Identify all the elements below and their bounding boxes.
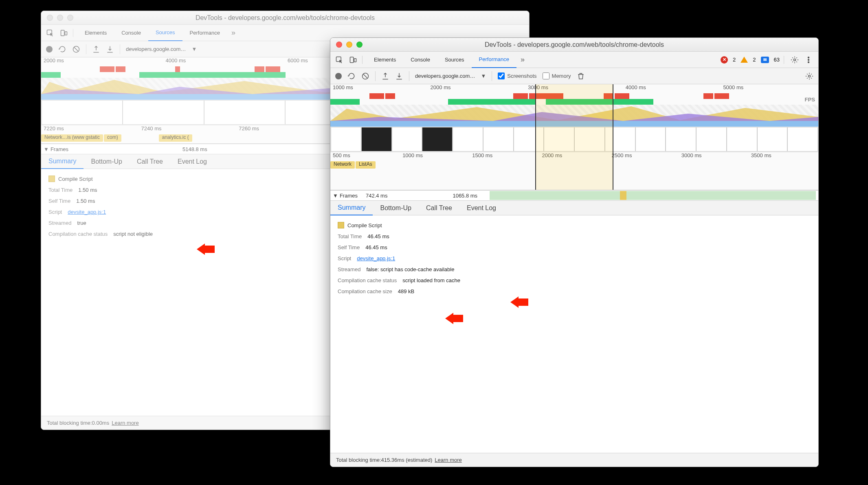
frames-label: Frames — [340, 193, 358, 199]
trash-icon[interactable] — [577, 72, 585, 80]
svg-point-9 — [808, 59, 809, 60]
devtools-window-front: DevTools - developers.google.com/web/too… — [330, 37, 819, 467]
download-icon[interactable] — [395, 72, 403, 80]
screenshots-checkbox[interactable]: Screenshots — [498, 72, 536, 79]
script-link[interactable]: devsite_app.js:1 — [357, 255, 395, 261]
message-icon: ✉ — [761, 57, 769, 63]
event-title: Compile Script — [347, 222, 382, 228]
detail-tabs: Summary Bottom-Up Call Tree Event Log — [330, 201, 818, 215]
annotation-arrow — [510, 295, 530, 309]
tbt-value: 415.36ms (estimated) — [381, 457, 433, 463]
upload-icon[interactable] — [381, 72, 389, 80]
kebab-icon[interactable] — [804, 56, 813, 64]
frames-row[interactable]: ▼Frames 742.4 ms 1065.8 ms — [330, 190, 818, 201]
minimize-icon[interactable] — [346, 42, 352, 48]
tab-bottom-up[interactable]: Bottom-Up — [373, 201, 418, 215]
frame-time-2: 1065.8 ms — [453, 193, 477, 199]
profile-dropdown-icon[interactable]: ▼ — [481, 73, 486, 79]
memory-checkbox[interactable]: Memory — [543, 72, 571, 79]
tab-console[interactable]: Console — [403, 52, 437, 68]
console-counts[interactable]: ✕2 2 ✉63 — [716, 56, 784, 64]
record-button[interactable] — [335, 73, 342, 79]
clear-icon[interactable] — [361, 72, 369, 80]
annotation-arrow — [445, 312, 465, 325]
warning-icon — [741, 57, 748, 63]
tab-summary[interactable]: Summary — [330, 201, 373, 215]
reload-icon[interactable] — [347, 72, 356, 80]
inspect-element-icon[interactable] — [335, 56, 343, 64]
svg-point-10 — [808, 61, 809, 63]
maximize-icon[interactable] — [356, 42, 363, 48]
traffic-lights — [336, 42, 363, 48]
summary-body: Compile Script Total Time46.45 ms Self T… — [330, 215, 818, 453]
perf-toolbar: developers.google.com… ▼ Screenshots Mem… — [330, 68, 818, 84]
tab-performance[interactable]: Performance — [472, 52, 516, 68]
close-icon[interactable] — [336, 42, 342, 48]
device-toggle-icon[interactable] — [349, 56, 357, 64]
more-tabs-icon[interactable]: » — [516, 55, 529, 64]
svg-rect-5 — [350, 57, 354, 62]
svg-point-7 — [794, 59, 796, 61]
gear-icon[interactable] — [805, 72, 813, 80]
gear-icon[interactable] — [791, 56, 799, 64]
profile-url[interactable]: developers.google.com… — [415, 73, 475, 79]
learn-more-link[interactable]: Learn more — [435, 457, 461, 463]
error-icon: ✕ — [721, 56, 728, 64]
tab-elements[interactable]: Elements — [367, 52, 403, 68]
titlebar: DevTools - developers.google.com/web/too… — [330, 38, 818, 52]
tab-sources[interactable]: Sources — [437, 52, 472, 68]
script-color-swatch — [338, 222, 344, 228]
svg-point-12 — [809, 75, 811, 77]
window-title: DevTools - developers.google.com/web/too… — [330, 41, 818, 48]
svg-rect-6 — [354, 58, 356, 61]
frame-time-1: 742.4 ms — [366, 193, 387, 199]
overview-timeline[interactable]: 1000 ms 2000 ms 3000 ms 4000 ms 5000 ms … — [330, 84, 818, 190]
svg-point-8 — [808, 57, 809, 58]
footer: Total blocking time: 415.36ms (estimated… — [330, 453, 818, 467]
tab-call-tree[interactable]: Call Tree — [419, 201, 459, 215]
tbt-prefix: Total blocking time: — [336, 457, 381, 463]
main-tabs: Elements Console Sources Performance » ✕… — [330, 52, 818, 68]
tab-event-log[interactable]: Event Log — [459, 201, 503, 215]
